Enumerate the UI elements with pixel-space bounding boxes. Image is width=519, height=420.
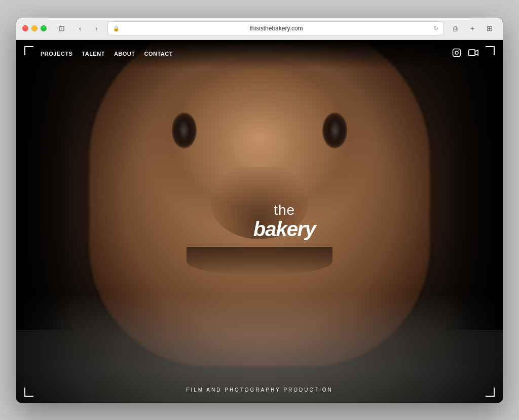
- svg-point-1: [455, 51, 458, 54]
- lock-icon: 🔒: [113, 26, 119, 31]
- new-tab-button[interactable]: +: [465, 21, 479, 35]
- minimize-button[interactable]: [31, 25, 38, 31]
- site-tagline: FILM AND PHOTOGRAPHY PRODUCTION: [186, 387, 332, 393]
- nav-buttons: ‹ ›: [73, 21, 103, 35]
- logo-the: the: [253, 202, 316, 218]
- svg-marker-4: [475, 50, 478, 55]
- svg-point-2: [458, 50, 459, 51]
- site-logo: the bakery: [253, 202, 316, 240]
- site-content: PROJECTS TALENT ABOUT CONTACT: [16, 40, 503, 403]
- browser-window: ⊡ ‹ › 🔒 thisisthebakery.com ↻ ⎙ + ⊞: [16, 18, 503, 403]
- toolbar-right: ⎙ + ⊞: [448, 21, 497, 35]
- nav-about[interactable]: ABOUT: [114, 51, 135, 57]
- sidebar-toggle-button[interactable]: ⊡: [55, 21, 69, 35]
- grid-button[interactable]: ⊞: [483, 21, 497, 35]
- logo-bakery: bakery: [253, 218, 316, 240]
- share-button[interactable]: ⎙: [448, 21, 462, 35]
- back-button[interactable]: ‹: [73, 21, 87, 35]
- nav-talent[interactable]: TALENT: [82, 51, 105, 57]
- corner-tl-decoration: [24, 46, 33, 55]
- nav-right-icons: [452, 48, 478, 59]
- corner-br-decoration: [486, 388, 495, 397]
- svg-rect-0: [453, 49, 461, 56]
- nav-projects[interactable]: PROJECTS: [41, 51, 72, 57]
- svg-rect-3: [469, 50, 475, 56]
- refresh-icon[interactable]: ↻: [433, 25, 438, 32]
- traffic-lights: [22, 25, 47, 31]
- address-bar[interactable]: 🔒 thisisthebakery.com ↻: [107, 21, 444, 35]
- close-button[interactable]: [22, 25, 28, 31]
- forward-button[interactable]: ›: [89, 21, 103, 35]
- nav-links: PROJECTS TALENT ABOUT CONTACT: [41, 51, 173, 57]
- video-icon[interactable]: [468, 49, 478, 59]
- corner-bl-decoration: [24, 388, 33, 397]
- title-bar: ⊡ ‹ › 🔒 thisisthebakery.com ↻ ⎙ + ⊞: [16, 18, 503, 40]
- corner-tr-decoration: [486, 46, 495, 55]
- url-text: thisisthebakery.com: [122, 25, 430, 32]
- site-navigation: PROJECTS TALENT ABOUT CONTACT: [16, 40, 503, 67]
- maximize-button[interactable]: [41, 25, 47, 31]
- instagram-icon[interactable]: [452, 48, 461, 59]
- nav-contact[interactable]: CONTACT: [144, 51, 172, 57]
